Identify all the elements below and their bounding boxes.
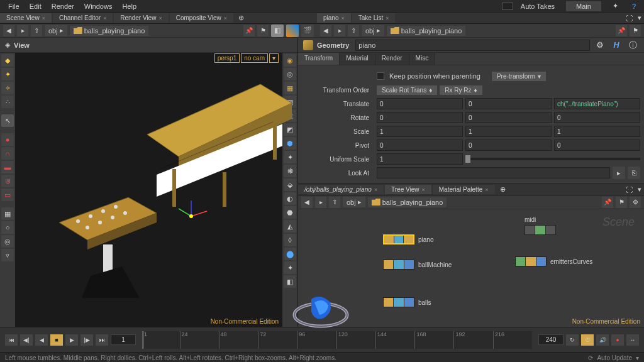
nav-back-icon[interactable]: ◀ [320, 25, 331, 36]
pane-expand-icon[interactable]: ⛶ [623, 186, 635, 194]
lookat-chooser-icon[interactable]: ▸ [613, 167, 625, 179]
close-icon[interactable]: × [103, 15, 106, 21]
tl-prevkey-icon[interactable]: ◀| [20, 334, 33, 346]
take-selector[interactable]: Main [566, 1, 601, 11]
sy-input[interactable] [465, 126, 552, 137]
rorder-dropdown[interactable]: Rx Ry Rz♦ [440, 85, 482, 95]
tl-last-icon[interactable]: ⏭ [96, 334, 108, 346]
node-ballmachine[interactable]: ballMachine [383, 260, 452, 270]
autotakes-checkbox[interactable] [502, 3, 513, 10]
pin-icon[interactable]: 📌 [602, 197, 613, 208]
uscale-input[interactable] [377, 153, 463, 165]
dual-magnet-tool[interactable]: ⋓ [1, 175, 14, 187]
add-tab-icon[interactable]: ⊕ [235, 14, 248, 22]
ry-input[interactable] [465, 112, 552, 123]
color-icon[interactable] [286, 25, 299, 37]
close-icon[interactable]: × [42, 15, 45, 21]
menu-render[interactable]: Render [47, 3, 79, 10]
auto-update-label[interactable]: Auto Update [597, 354, 632, 361]
pz-input[interactable] [554, 140, 640, 151]
tab-scene-view[interactable]: Scene View× [0, 13, 52, 23]
node-piano[interactable]: piano [383, 234, 433, 244]
gear-icon[interactable]: ⚙ [630, 197, 641, 208]
nav-fwd-icon[interactable]: ▸ [17, 25, 28, 36]
info-icon[interactable]: ⓘ [626, 39, 639, 52]
ty-input[interactable] [465, 98, 552, 109]
tl-current-frame[interactable] [111, 334, 136, 345]
nav-up-icon[interactable]: ⇧ [329, 197, 340, 208]
pin-icon[interactable]: 📌 [616, 25, 627, 36]
select-tool[interactable]: ◆ [1, 54, 14, 67]
tab-render-view[interactable]: Render View× [114, 13, 168, 23]
path-obj[interactable]: obj▸ [45, 25, 67, 36]
tl-end-frame[interactable] [538, 334, 564, 345]
tl-range-icon[interactable]: ↔ [626, 334, 639, 346]
sx-input[interactable] [377, 126, 463, 137]
nav-back-icon[interactable]: ◀ [301, 197, 313, 208]
cylinder-tool[interactable]: ▬ [1, 161, 14, 173]
pane-expand-icon[interactable]: ⛶ [623, 14, 635, 22]
py-input[interactable] [465, 140, 552, 151]
status-menu-icon[interactable]: ▾ [636, 354, 639, 361]
pretransform-dropdown[interactable]: Pre-transform▾ [492, 72, 546, 81]
camera-label[interactable]: persp1no cam▾ [213, 55, 279, 62]
close-icon[interactable]: × [224, 15, 227, 21]
tl-audio-icon[interactable]: 🔊 [596, 334, 609, 346]
brush-tool[interactable]: ✧ [1, 82, 14, 94]
menu-file[interactable]: File [3, 3, 25, 10]
uscale-slider[interactable] [465, 158, 640, 160]
node-balls[interactable]: balls [383, 297, 431, 307]
dual-cyl-tool[interactable]: ▭ [1, 189, 14, 201]
tab-take-list[interactable]: Take List× [352, 13, 396, 23]
pane-menu-icon[interactable]: ▾ [635, 185, 644, 194]
sphere-tool[interactable]: ● [1, 133, 14, 146]
tab-channel-editor[interactable]: Channel Editor× [53, 13, 113, 23]
tl-stop-icon[interactable]: ■ [50, 334, 63, 346]
keep-pos-checkbox[interactable] [377, 72, 384, 80]
nav-up-icon[interactable]: ⇧ [31, 25, 42, 36]
menu-help[interactable]: Help [117, 3, 142, 10]
misc-tool[interactable]: ▿ [1, 249, 14, 261]
tl-key-icon[interactable]: ● [611, 334, 624, 346]
view-label[interactable]: View [14, 41, 30, 49]
gear-icon[interactable]: ⚙ [594, 39, 606, 52]
flag-icon[interactable]: ⚑ [616, 197, 627, 208]
tl-first-icon[interactable]: ⏮ [5, 334, 18, 346]
close-icon[interactable]: × [341, 15, 344, 21]
path-obj[interactable]: obj▸ [362, 25, 384, 36]
rx-input[interactable] [377, 112, 463, 123]
render-icon[interactable]: 🎬 [301, 25, 314, 37]
menu-windows[interactable]: Windows [79, 3, 118, 10]
view-menu-icon[interactable]: ◈ [5, 41, 10, 49]
ptab-render[interactable]: Render [375, 53, 409, 65]
tab-composite-view[interactable]: Composite View× [170, 13, 233, 23]
menu-edit[interactable]: Edit [25, 3, 47, 10]
lookat-input[interactable] [377, 167, 610, 178]
grid-tool[interactable]: ▦ [1, 207, 14, 220]
scatter-tool[interactable]: ∴ [1, 96, 14, 108]
flag-icon[interactable]: ⚑ [630, 25, 641, 36]
shading-icon[interactable]: ◧ [271, 25, 284, 37]
display-opt-icon[interactable]: ◉ [284, 54, 296, 67]
pin-icon[interactable]: 📌 [243, 25, 255, 36]
path-obj[interactable]: obj▸ [343, 197, 365, 207]
nav-fwd-icon[interactable]: ▸ [334, 25, 345, 36]
nettab-matpal[interactable]: Material Palette× [433, 185, 495, 194]
torus-tool[interactable]: ◎ [1, 235, 14, 248]
add-tab-icon[interactable]: ⊕ [496, 185, 509, 194]
path-scene[interactable]: balls_playing_piano [387, 26, 466, 36]
node-emitters[interactable]: emittersCurves [515, 256, 592, 266]
px-input[interactable] [377, 140, 463, 151]
ptab-misc[interactable]: Misc [409, 53, 436, 65]
tl-nextkey-icon[interactable]: |▶ [80, 334, 93, 346]
viewport[interactable]: persp1no cam▾ [15, 53, 282, 327]
lasso-tool[interactable]: ✦ [1, 68, 14, 80]
path-scene[interactable]: balls_playing_piano [70, 26, 149, 36]
nav-up-icon[interactable]: ⇧ [348, 25, 359, 36]
pane-menu-icon[interactable]: ▾ [635, 14, 644, 22]
nav-fwd-icon[interactable]: ▸ [315, 197, 326, 208]
circle-tool[interactable]: ○ [1, 221, 14, 234]
ptab-material[interactable]: Material [340, 53, 375, 65]
tab-piano[interactable]: piano× [317, 13, 351, 23]
tl-loop-icon[interactable]: ↻ [566, 334, 579, 346]
